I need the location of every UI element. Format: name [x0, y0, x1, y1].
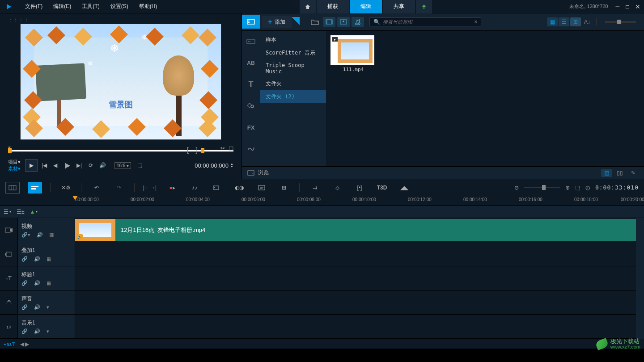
mark-out-handle[interactable] [201, 148, 204, 153]
add-media-button[interactable]: + 添加 [262, 16, 292, 28]
track-options-icon[interactable]: ▾ [47, 304, 49, 310]
scroll-left-icon[interactable]: ◀ [20, 341, 24, 347]
home-button[interactable] [300, 0, 316, 13]
tree-item-folder[interactable]: 文件夹 [260, 77, 326, 90]
tab-share[interactable]: 共享 [383, 0, 415, 13]
track-visibility-icon[interactable]: ▦ [49, 232, 54, 238]
bracket-in-icon[interactable]: [ [187, 146, 189, 154]
add-track-button[interactable]: +a±T [4, 341, 15, 347]
tab-capture[interactable]: 捕获 [317, 0, 349, 13]
resize-handle-icon[interactable]: ⬚ [135, 160, 144, 170]
mark-in-handle[interactable] [8, 148, 12, 153]
track-link-icon[interactable]: 🔗 [21, 304, 28, 310]
loop-button[interactable]: ⟳ [86, 160, 96, 170]
track-overlay-content[interactable] [75, 242, 636, 266]
pin-icon[interactable] [292, 17, 300, 25]
motion-tracking-button[interactable]: ◇ [330, 182, 344, 194]
sort-button[interactable]: A↓ [582, 17, 593, 26]
fit-timeline-icon[interactable]: ⬚ [575, 185, 580, 191]
tree-item-triplescoop[interactable]: Triple Scoop Music [260, 59, 326, 77]
timeline-zoom-slider[interactable] [524, 187, 560, 188]
library-media-tab[interactable] [242, 15, 260, 29]
maximize-button[interactable]: ◻ [625, 4, 630, 10]
3d-title-button[interactable]: T3D [375, 182, 389, 194]
timeline-ruler[interactable]: 00:00:00:00 00:00:02:00 00:00:04:00 00:0… [0, 196, 644, 206]
horizontal-scroll-controls[interactable]: ◀ ▶ [20, 341, 29, 347]
cut-icon[interactable]: ✂ [220, 145, 225, 152]
clear-search-icon[interactable]: × [474, 19, 477, 25]
panel-edit-icon[interactable]: ✎ [628, 169, 639, 177]
sidebar-paths-icon[interactable] [242, 138, 260, 160]
panel-layout-2-icon[interactable]: ▯▯ [614, 169, 625, 177]
tab-edit[interactable]: 编辑 [350, 0, 382, 13]
preview-timecode[interactable]: 00:00:00:000 ▲▼ [195, 162, 233, 169]
track-link-icon[interactable]: 🔗 [21, 256, 28, 262]
menu-edit[interactable]: 编辑(E) [48, 3, 76, 10]
track-link-icon[interactable]: 🔗▾ [21, 232, 30, 238]
prev-frame-button[interactable]: ◀| [51, 160, 61, 170]
record-button[interactable]: ●▸ [165, 182, 179, 194]
upload-button[interactable] [416, 0, 432, 13]
view-grid-small-icon[interactable]: ⊞ [570, 17, 581, 26]
audio-mixer-button[interactable]: ♪♪ [187, 182, 202, 194]
preview-scrubber[interactable]: ▾ [ ] ✂ ◫ [8, 144, 233, 153]
bracket-out-icon[interactable]: ] [196, 146, 198, 154]
undo-button[interactable]: ↶ [89, 182, 104, 194]
clip-mode-label[interactable]: 素材▾ [8, 165, 21, 172]
track-link-icon[interactable]: 🔗 [21, 280, 28, 286]
pan-zoom-button[interactable]: ⇉ [308, 182, 322, 194]
menu-settings[interactable]: 设置(S) [105, 3, 134, 10]
volume-button[interactable]: 🔊 [97, 160, 107, 170]
track-title-icon[interactable]: ₁T [0, 266, 18, 290]
track-overlay-icon[interactable] [0, 242, 18, 266]
track-voice-icon[interactable] [0, 290, 18, 314]
stabilize-button[interactable]: [•] [352, 182, 367, 194]
sidebar-fx-icon[interactable]: FX [242, 117, 260, 138]
import-folder-icon[interactable]: + [309, 17, 321, 27]
filter-audio-icon[interactable] [352, 17, 364, 27]
subtitle-button[interactable] [254, 182, 269, 194]
close-button[interactable]: ✕ [635, 3, 640, 10]
track-title-content[interactable] [75, 266, 636, 290]
goto-start-button[interactable]: |◀ [39, 160, 49, 170]
redo-button[interactable]: ↷ [112, 182, 126, 194]
media-thumbnail[interactable]: ▸ 111.mp4 [330, 35, 376, 72]
menu-file[interactable]: 文件(F) [20, 3, 48, 10]
zoom-out-icon[interactable]: ⊖ [514, 185, 519, 191]
timeline-view-button[interactable] [28, 182, 42, 194]
tools-button[interactable]: ✕⚙ [59, 182, 73, 194]
search-input[interactable] [383, 19, 474, 25]
track-mute-icon[interactable]: 🔊 [34, 256, 40, 262]
track-visibility-icon[interactable]: ▦ [47, 280, 51, 286]
track-voice-content[interactable] [75, 290, 636, 314]
next-frame-button[interactable]: |▶ [63, 160, 72, 170]
multi-trim-button[interactable]: ◐◑ [232, 182, 246, 194]
track-options-1-button[interactable]: ☰▾ [4, 209, 11, 215]
trim-button[interactable]: |←→| [143, 182, 157, 194]
filter-photo-icon[interactable] [337, 17, 350, 27]
track-mute-icon[interactable]: 🔊 [34, 328, 40, 334]
view-grid-large-icon[interactable]: ▦ [547, 17, 558, 26]
sidebar-text-icon[interactable]: T [242, 74, 260, 95]
sidebar-graphics-icon[interactable] [242, 95, 260, 117]
timeline-settings-icon[interactable]: ◴ [585, 185, 590, 191]
video-clip[interactable]: 🔊 12月1日16点_友锋电子相册.mp4 [75, 219, 636, 241]
multicam-button[interactable]: ⊞ [277, 182, 291, 194]
sidebar-transitions-icon[interactable] [242, 31, 260, 52]
split-icon[interactable]: ◫ [229, 145, 233, 152]
track-video-content[interactable]: 🔊 12月1日16点_友锋电子相册.mp4 [75, 218, 636, 242]
thumbnail-zoom-slider[interactable] [605, 21, 636, 23]
track-mute-icon[interactable]: 🔊 [37, 232, 43, 238]
filter-video-icon[interactable] [323, 17, 335, 27]
sidebar-titles-icon[interactable]: AB [242, 52, 260, 74]
scroll-right-icon[interactable]: ▶ [25, 341, 29, 347]
goto-end-button[interactable]: ▶| [74, 160, 84, 170]
preview-grip[interactable]: ⋮⋮⋮⋮ [8, 17, 233, 22]
mask-button[interactable]: ◢◣ [397, 182, 411, 194]
storyboard-view-button[interactable] [5, 182, 20, 194]
auto-music-button[interactable] [210, 182, 224, 194]
track-mute-icon[interactable]: 🔊 [34, 280, 40, 286]
track-visibility-icon[interactable]: ▦ [47, 256, 51, 262]
tree-item-folder-2[interactable]: 文件夹 (2) [260, 90, 326, 103]
browse-label[interactable]: 浏览 [258, 169, 269, 177]
